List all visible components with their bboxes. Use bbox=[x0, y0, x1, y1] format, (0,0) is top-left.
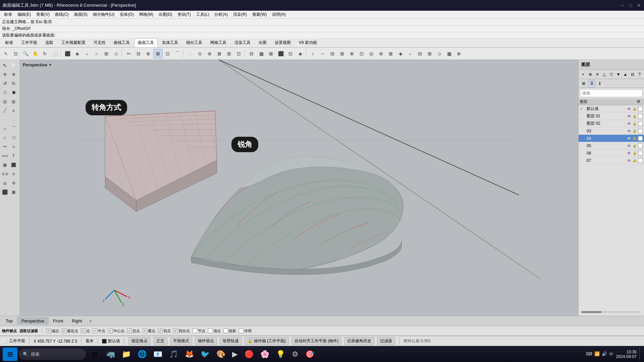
taskbar-app5[interactable]: 🌸 bbox=[258, 348, 272, 361]
snap-perp[interactable]: 重点 bbox=[143, 328, 155, 334]
taskbar-clock[interactable]: 10:30 2024-09-07 bbox=[616, 350, 637, 359]
taskbar-app1[interactable]: 🦊 bbox=[182, 348, 197, 361]
tool-split[interactable]: ⊟ bbox=[134, 49, 143, 58]
snap-vertex[interactable]: 顶点 bbox=[208, 328, 221, 334]
tool-array[interactable]: ⊞ bbox=[9, 97, 18, 106]
tray-icon-1[interactable]: ⌨ bbox=[586, 351, 592, 357]
taskbar-search[interactable]: 🔍 搜索 bbox=[19, 349, 86, 360]
layer-search-input[interactable] bbox=[580, 89, 643, 97]
tool-select2[interactable]: ⊡ bbox=[11, 49, 20, 58]
menu-surface[interactable]: 曲面(S) bbox=[71, 11, 90, 18]
layer-lock-04[interactable]: 🔒 bbox=[633, 136, 638, 140]
view-tab-front[interactable]: Front bbox=[49, 317, 67, 325]
taskbar-browser[interactable]: 🌐 bbox=[135, 348, 149, 361]
layer-color-02[interactable] bbox=[638, 121, 643, 126]
tool-r1[interactable]: ↕ bbox=[308, 49, 318, 58]
grid-snap-btn[interactable]: 锁定格点 bbox=[128, 337, 151, 345]
layer-lock-07[interactable]: 🔒 bbox=[633, 159, 638, 162]
tab-v8-new[interactable]: V8 新功能 bbox=[295, 38, 321, 47]
tool-line[interactable]: ╱ bbox=[1, 106, 9, 115]
tool-offset-srf[interactable]: ⊠ bbox=[153, 49, 163, 58]
layer-lock-01[interactable]: 🔒 bbox=[633, 114, 638, 118]
layer-color-03[interactable] bbox=[638, 129, 643, 133]
tool-r15[interactable]: ▦ bbox=[444, 49, 454, 58]
tool-move[interactable]: ✛ bbox=[1, 70, 9, 79]
layer-row-04[interactable]: 04 👁 🔒 bbox=[579, 135, 644, 142]
layer-row-03[interactable]: 03 👁 🔒 bbox=[579, 127, 644, 135]
tool-pt[interactable]: · bbox=[1, 115, 9, 124]
tool-grid-side[interactable]: ▦ bbox=[9, 188, 18, 196]
menu-view[interactable]: 查看(V) bbox=[34, 11, 52, 18]
layer-down[interactable]: ▽ bbox=[608, 71, 614, 78]
viewport-dropdown-icon[interactable]: ▼ bbox=[49, 63, 52, 67]
taskbar-widgets[interactable]: ⊞ bbox=[87, 348, 102, 361]
taskbar-explorer[interactable]: 📁 bbox=[119, 348, 133, 361]
layer-row-05[interactable]: 05 👁 🔒 bbox=[579, 142, 644, 149]
taskbar-mail[interactable]: 📧 bbox=[151, 348, 165, 361]
viewport-perspective[interactable]: z x y Perspective ▼ 转角方式 锐角 bbox=[20, 60, 578, 316]
layer-lock-05[interactable]: 🔒 bbox=[633, 144, 638, 147]
tool-hatch[interactable]: ▦ bbox=[1, 161, 9, 169]
layer-expand[interactable]: ▼ bbox=[615, 71, 622, 78]
op-axis-btn[interactable]: 🔒 操作轴 (工作平面) bbox=[245, 337, 289, 345]
tool-mesh5[interactable]: ⊡ bbox=[286, 49, 295, 58]
layer-row-07[interactable]: 07 👁 🔒 bbox=[579, 157, 644, 164]
layer-visible-04[interactable]: 👁 bbox=[627, 136, 633, 140]
snap-label-obj[interactable]: 物件锁点 bbox=[2, 328, 17, 334]
tooltip-corner-mode[interactable]: 转角方式 bbox=[86, 100, 127, 115]
tab-solid-tools[interactable]: 实体工具 bbox=[158, 38, 182, 47]
layer-lock-02[interactable]: 🔒 bbox=[633, 122, 638, 125]
tool-select[interactable]: ↖ bbox=[1, 49, 11, 58]
snap-tangent[interactable]: 切点 bbox=[158, 328, 171, 334]
menu-solid[interactable]: 实体(O) bbox=[117, 11, 136, 18]
view-tab-right[interactable]: Right bbox=[67, 317, 86, 325]
layer-view-grid[interactable]: ⊞ bbox=[580, 80, 587, 87]
tool-snap-pt[interactable]: ◎ bbox=[1, 179, 9, 187]
menu-layout[interactable]: 出图(D) bbox=[156, 11, 175, 18]
tab-workplane[interactable]: 工作平面 bbox=[17, 38, 41, 47]
tool-r11[interactable]: ⬦ bbox=[406, 49, 415, 58]
snap-label-filter[interactable]: 选取过滤器 bbox=[19, 328, 38, 334]
layer-visible-06[interactable]: 👁 bbox=[627, 151, 633, 155]
tool-select-box[interactable]: ⬜ bbox=[9, 61, 18, 70]
tool-num1[interactable]: ①② bbox=[1, 170, 9, 178]
tool-solid2[interactable]: ⬛ bbox=[9, 161, 18, 169]
taskbar-app4[interactable]: 🔴 bbox=[242, 348, 256, 361]
tool-r2[interactable]: ↔ bbox=[318, 49, 327, 58]
tool-r16[interactable]: ⊕ bbox=[454, 49, 464, 58]
tool-r5[interactable]: ⊕ bbox=[347, 49, 357, 58]
layer-filter[interactable]: ⊟ bbox=[629, 71, 636, 78]
tool-zoom[interactable]: 🔍 bbox=[21, 49, 30, 58]
tool-trim[interactable]: ✂ bbox=[124, 49, 133, 58]
snap-midpoint[interactable]: 中点 bbox=[93, 328, 105, 334]
tool-sweep[interactable]: ⬦ bbox=[82, 49, 92, 58]
menu-transform[interactable]: 变动(T) bbox=[175, 11, 193, 18]
tool-pan[interactable]: ✋ bbox=[31, 49, 40, 58]
tool-r4[interactable]: ⊞ bbox=[337, 49, 347, 58]
tool-r10[interactable]: ◈ bbox=[396, 49, 405, 58]
view-tab-perspective[interactable]: Perspective bbox=[17, 317, 49, 325]
tab-standard[interactable]: 标准 bbox=[1, 38, 17, 47]
tool-r3[interactable]: ⊟ bbox=[328, 49, 337, 58]
layer-scroll-thumb[interactable] bbox=[581, 311, 601, 313]
tool-num2[interactable]: ⊙ bbox=[9, 170, 18, 178]
tray-icon-2[interactable]: 📶 bbox=[594, 351, 600, 357]
start-button[interactable]: ⊞ bbox=[3, 348, 17, 361]
layer-delete[interactable]: ✕ bbox=[594, 71, 600, 78]
taskbar-app2[interactable]: 🐦 bbox=[198, 348, 212, 361]
tray-icon-lang[interactable]: 中 bbox=[609, 351, 613, 357]
layer-new-child[interactable]: ⊕ bbox=[587, 71, 593, 78]
view-tab-add[interactable]: + bbox=[87, 317, 95, 325]
layer-color-07[interactable] bbox=[638, 158, 643, 163]
tool-text[interactable]: T bbox=[9, 152, 18, 160]
taskbar-ps[interactable]: 🎨 bbox=[214, 348, 228, 361]
layer-view-info[interactable]: ℹ bbox=[596, 80, 603, 87]
layer-visible-01[interactable]: 👁 bbox=[627, 114, 633, 118]
auto-align-btn[interactable]: 自动对齐工作平面 (物件) bbox=[291, 337, 341, 345]
tool-join[interactable]: ⊕ bbox=[144, 49, 153, 58]
plane-mode-btn[interactable]: 平面模式 bbox=[170, 337, 192, 345]
tool-rotate-right[interactable]: ↻ bbox=[9, 79, 18, 88]
taskbar-app8[interactable]: 🎯 bbox=[303, 348, 317, 361]
tool-r12[interactable]: ⊟ bbox=[415, 49, 425, 58]
snap-endpoint[interactable]: 端点 bbox=[46, 328, 59, 334]
